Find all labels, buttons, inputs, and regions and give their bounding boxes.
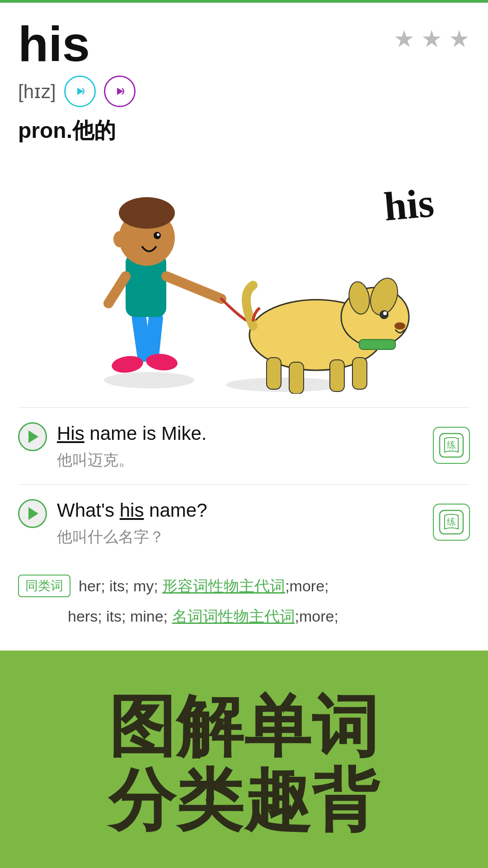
svg-point-22 xyxy=(383,311,387,315)
audio-button-teal[interactable] xyxy=(64,75,96,107)
svg-rect-26 xyxy=(289,362,304,394)
svg-rect-28 xyxy=(352,358,367,389)
practice-button-2[interactable]: 练 xyxy=(433,504,470,541)
svg-text:练: 练 xyxy=(447,517,456,527)
example-2-text: What's his name? 他叫什么名字？ xyxy=(57,497,433,547)
stars-container: ★ ★ ★ xyxy=(394,16,470,52)
svg-point-12 xyxy=(119,197,175,229)
phonetic-row: [hɪz] xyxy=(0,75,488,112)
svg-line-10 xyxy=(108,276,126,303)
related-link-1[interactable]: 形容词性物主代词 xyxy=(162,577,285,594)
star-1[interactable]: ★ xyxy=(394,25,415,52)
play-button-2[interactable] xyxy=(18,499,47,528)
example-1-text: His name is Mike. 他叫迈克。 xyxy=(57,420,433,471)
audio-button-purple[interactable] xyxy=(104,75,136,107)
example-1-en: His name is Mike. xyxy=(57,420,433,447)
related-tag-label: 同类词 xyxy=(18,575,70,597)
play-triangle-icon xyxy=(28,430,38,443)
example-2-zh: 他叫什么名字？ xyxy=(57,527,433,547)
svg-point-14 xyxy=(157,233,160,236)
promo-line-2: 分类趣背 xyxy=(108,764,380,837)
star-3[interactable]: ★ xyxy=(449,25,470,52)
related-link-2[interactable]: 名词词性物主代词 xyxy=(172,608,295,625)
svg-text:练: 练 xyxy=(447,440,456,450)
word-in-illustration: his xyxy=(382,179,436,230)
example-row-1: His name is Mike. 他叫迈克。 练 xyxy=(0,408,488,475)
related-row-1: 同类词 her; its; my; 形容词性物主代词;more; xyxy=(18,575,470,598)
practice-button-1[interactable]: 练 xyxy=(433,427,470,464)
promo-line-1: 图解单词 xyxy=(108,690,380,764)
example-1-left: His name is Mike. 他叫迈克。 xyxy=(18,420,433,471)
related-text-2: hers; its; mine; 名词词性物主代词;more; xyxy=(68,608,338,625)
related-row-2: hers; its; mine; 名词词性物主代词;more; xyxy=(18,605,470,628)
example-2-en: What's his name? xyxy=(57,497,433,524)
related-section: 同类词 her; its; my; 形容词性物主代词;more; hers; i… xyxy=(0,561,488,637)
example-1-zh: 他叫迈克。 xyxy=(57,450,433,471)
word-title: his xyxy=(18,16,90,71)
play-triangle-icon-2 xyxy=(28,507,38,520)
play-button-1[interactable] xyxy=(18,422,47,451)
related-text-1: her; its; my; 形容词性物主代词;more; xyxy=(79,575,329,598)
svg-rect-27 xyxy=(330,360,344,392)
promo-banner[interactable]: 图解单词 分类趣背 xyxy=(0,651,488,868)
svg-point-2 xyxy=(104,372,194,388)
illustration-area: his xyxy=(0,154,488,407)
star-2[interactable]: ★ xyxy=(421,25,442,52)
svg-point-23 xyxy=(394,322,405,330)
example-row-2: What's his name? 他叫什么名字？ 练 xyxy=(0,485,488,552)
word-illustration xyxy=(59,159,429,394)
svg-rect-24 xyxy=(359,340,395,349)
svg-point-3 xyxy=(226,377,343,392)
example-2-left: What's his name? 他叫什么名字？ xyxy=(18,497,433,547)
svg-point-15 xyxy=(113,231,126,247)
pos-translation: pron.他的 xyxy=(0,112,488,154)
svg-rect-25 xyxy=(267,358,281,389)
header: his ★ ★ ★ xyxy=(0,3,488,75)
svg-line-9 xyxy=(166,276,221,299)
phonetic-text: [hɪz] xyxy=(18,80,56,103)
